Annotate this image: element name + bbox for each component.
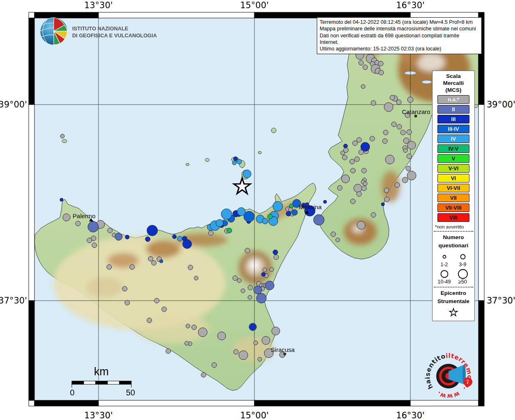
intensity-dot	[162, 307, 167, 312]
axis-tick-label: 16°30'	[396, 411, 425, 420]
intensity-dot	[384, 103, 393, 112]
intensity-dot	[241, 289, 245, 293]
intensity-dot	[245, 248, 250, 253]
intensity-chip-viii: VIII	[437, 213, 469, 222]
intensity-dot	[402, 177, 408, 183]
intensity-dot	[363, 182, 367, 186]
intensity-dot	[188, 265, 193, 270]
epicenter-title-line: Epicentro	[433, 289, 474, 297]
ingv-org-line2: DI GEOFISICA E VULCANOLOGIA	[72, 32, 157, 39]
intensity-dot	[154, 298, 159, 303]
legend-separator	[434, 287, 473, 288]
intensity-dot	[390, 95, 395, 100]
intensity-dot	[362, 168, 366, 173]
intensity-dot	[350, 199, 355, 204]
questionari-title-line: questionari	[433, 242, 474, 250]
intensity-dot	[273, 201, 283, 211]
intensity-dot	[363, 65, 368, 70]
intensity-dot	[160, 260, 163, 263]
intensity-dot	[286, 211, 291, 216]
intensity-dot	[403, 148, 407, 153]
intensity-dot	[397, 124, 402, 129]
intensity-dot	[76, 221, 80, 226]
intensity-dot	[382, 139, 387, 144]
intensity-dot	[148, 256, 153, 261]
legend-title-line: Scala	[433, 73, 474, 80]
intensity-dot	[232, 161, 236, 165]
city-marker-icon	[414, 115, 417, 117]
intensity-dot	[395, 183, 400, 187]
intensity-dot	[263, 268, 267, 272]
intensity-dot	[151, 260, 156, 265]
intensity-dot	[359, 60, 364, 65]
intensity-dot	[194, 276, 198, 280]
info-line-2: Mappa preliminare delle intensità macros…	[320, 25, 479, 32]
questionari-size: ≥50	[453, 268, 472, 285]
intensity-dot	[292, 210, 298, 215]
mercalli-scale-chips: n.a.*IIIIIIII-IVIVIV-VVV-VIVIVI-VIIVIIVI…	[433, 95, 474, 222]
questionari-size: 10-49	[435, 268, 453, 285]
intensity-dot	[166, 349, 171, 354]
intensity-dot	[341, 151, 345, 155]
intensity-chip-iiiiv: III-IV	[437, 125, 469, 133]
axis-tick-label: 39°00'	[487, 100, 515, 110]
intensity-dot	[258, 357, 262, 361]
intensity-dot	[92, 243, 97, 248]
axis-tick-label: 16°30'	[396, 0, 425, 10]
intensity-dot	[352, 141, 357, 146]
intensity-dot	[371, 212, 376, 217]
intensity-dot	[357, 137, 362, 142]
intensity-dot	[273, 250, 278, 255]
intensity-dot	[362, 186, 366, 191]
intensity-chip-viiviii: VII-VIII	[437, 203, 469, 212]
legend-title-line: Mercalli	[433, 80, 474, 87]
intensity-dot	[233, 157, 238, 161]
intensity-dot	[221, 209, 232, 219]
intensity-chip-v: V	[437, 154, 469, 163]
intensity-dot	[401, 130, 405, 135]
intensity-dot	[233, 276, 238, 281]
intensity-dot	[237, 278, 241, 283]
intensity-dot	[343, 144, 348, 148]
intensity-dot	[208, 231, 213, 235]
intensity-dot	[177, 236, 182, 241]
intensity-chip-ii: II	[437, 105, 469, 114]
intensity-dot	[361, 84, 365, 89]
intensity-dot	[249, 323, 256, 331]
intensity-dot	[115, 233, 122, 240]
city-label-palermo: Palermo	[73, 212, 96, 219]
ingv-globe-icon	[40, 18, 67, 45]
axis-tick-label: 37°30'	[0, 296, 27, 306]
intensity-dot	[262, 336, 270, 345]
intensity-dot	[186, 324, 190, 328]
intensity-dot	[379, 70, 384, 75]
intensity-dot	[336, 238, 340, 242]
axis-tick-label: 13°30'	[84, 0, 113, 10]
intensity-dot	[407, 130, 412, 135]
questionari-title: Numeroquestionari	[433, 233, 474, 250]
intensity-chip-iii: III	[437, 115, 469, 123]
intensity-dot	[216, 219, 223, 227]
legend-footnote: *non avvertito	[435, 224, 473, 229]
intensity-dot	[87, 238, 92, 243]
axis-tick-label: 13°30'	[84, 411, 113, 420]
intensity-dot	[370, 136, 375, 141]
intensity-dot	[60, 198, 63, 201]
intensity-dot	[122, 286, 127, 291]
intensity-dot	[314, 215, 324, 225]
macroseismic-map-page: ? haisentitoilterremoto.it www. Terremot…	[0, 0, 515, 420]
intensity-dot	[248, 295, 252, 299]
intensity-dot	[350, 168, 355, 173]
event-info-box: Terremoto del 04-12-2022 08:12:45 (ora l…	[317, 17, 482, 54]
intensity-chip-vi: VI	[437, 174, 469, 183]
intensity-dot	[323, 200, 327, 203]
intensity-dot	[60, 134, 64, 138]
legend-panel: ScalaMercalli(MCS) n.a.*IIIIIIII-IVIVIV-…	[432, 71, 475, 321]
intensity-dot	[407, 97, 413, 103]
intensity-dot	[391, 122, 396, 127]
intensity-dot	[406, 166, 411, 171]
axis-tick-label: 15°00'	[240, 411, 269, 420]
legend-separator	[434, 231, 473, 232]
intensity-dot	[262, 218, 268, 224]
intensity-dot	[270, 267, 274, 272]
